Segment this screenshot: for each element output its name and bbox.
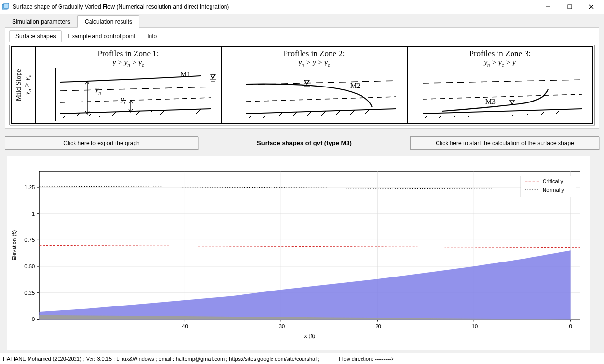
- export-graph-button[interactable]: Click here to export the graph: [5, 136, 198, 150]
- svg-line-9: [75, 113, 80, 118]
- svg-text:Critical y: Critical y: [543, 178, 563, 184]
- profile-1-title: Profiles in Zone 1:: [97, 49, 159, 58]
- svg-line-39: [379, 109, 384, 114]
- subtab-example-control[interactable]: Example and control point: [62, 31, 141, 42]
- minimize-button[interactable]: [537, 0, 559, 14]
- svg-line-16: [160, 110, 165, 115]
- svg-line-22: [60, 87, 211, 91]
- graph-caption: Surface shapes of gvf (type M3): [203, 139, 406, 146]
- svg-marker-58: [510, 101, 514, 104]
- elevation-chart: -40-30-20-10000.250.500.7511.25x (ft)Ele…: [7, 156, 590, 350]
- svg-text:-40: -40: [180, 323, 188, 329]
- app-icon: [2, 3, 10, 11]
- svg-text:Normal y: Normal y: [543, 187, 564, 193]
- svg-line-46: [425, 114, 430, 118]
- subtab-surface-shapes[interactable]: Surface shapes: [9, 30, 62, 42]
- profile-zone-1: Profiles in Zone 1: y > yn > yc: [36, 47, 222, 123]
- tab-simulation-parameters[interactable]: Simulation parameters: [5, 15, 77, 28]
- results-panel: Surface shapes Example and control point…: [5, 27, 599, 129]
- svg-line-48: [454, 113, 459, 117]
- svg-line-30: [249, 114, 254, 118]
- svg-line-50: [483, 112, 488, 116]
- svg-text:-10: -10: [470, 323, 478, 329]
- footer: HAFIANE Mohamed (2020-2021) ; Ver: 3.0.1…: [0, 353, 604, 364]
- profile-zone-3: Profiles in Zone 3: yn > yc > y: [408, 47, 592, 123]
- titlebar: Surface shape of Gradually Varied Flow (…: [0, 0, 604, 14]
- main-tabbar: Simulation parameters Calculation result…: [0, 14, 604, 27]
- svg-line-15: [148, 111, 152, 116]
- subtab-info[interactable]: Info: [141, 31, 163, 42]
- svg-line-52: [512, 111, 517, 116]
- svg-rect-3: [568, 5, 572, 9]
- svg-text:yn: yn: [94, 86, 101, 96]
- svg-text:yc: yc: [120, 96, 126, 105]
- svg-text:0: 0: [569, 323, 572, 329]
- svg-line-49: [468, 112, 473, 117]
- maximize-button[interactable]: [559, 0, 580, 14]
- profiles-figure: Mild Slope yn > yc Profiles in Zone 1: y…: [9, 45, 595, 125]
- svg-marker-42: [304, 80, 309, 84]
- svg-text:1: 1: [32, 211, 35, 217]
- svg-line-20: [60, 98, 211, 102]
- side-label-1: Mild Slope: [15, 69, 22, 101]
- svg-line-40: [246, 97, 396, 102]
- svg-line-7: [60, 109, 211, 114]
- footer-credit: HAFIANE Mohamed (2020-2021) ; Ver: 3.0.1…: [3, 356, 319, 362]
- profiles-row: Mild Slope yn > yc Profiles in Zone 1: y…: [11, 46, 593, 124]
- body-area: Simulation parameters Calculation result…: [0, 14, 604, 353]
- svg-line-11: [99, 112, 104, 117]
- tab-calculation-results[interactable]: Calculation results: [77, 15, 139, 28]
- svg-line-19: [196, 109, 201, 114]
- m2-label: M2: [350, 82, 361, 89]
- window: Surface shape of Gradually Varied Flow (…: [0, 0, 604, 364]
- svg-text:0: 0: [32, 316, 35, 322]
- chart-container: -40-30-20-10000.250.500.7511.25x (ft)Ele…: [7, 156, 590, 350]
- svg-text:-30: -30: [277, 323, 285, 329]
- svg-text:0.25: 0.25: [24, 290, 35, 295]
- svg-text:0.75: 0.75: [24, 237, 35, 243]
- svg-line-57: [423, 80, 582, 83]
- profiles-side-label: Mild Slope yn > yc: [12, 47, 36, 123]
- window-title: Surface shape of Gradually Varied Flow (…: [13, 3, 537, 10]
- svg-text:0.50: 0.50: [24, 263, 35, 269]
- svg-line-53: [527, 110, 531, 115]
- svg-line-8: [63, 114, 68, 118]
- profile-3-title: Profiles in Zone 3:: [469, 49, 530, 58]
- svg-marker-24: [211, 74, 215, 78]
- svg-text:Elevation (ft): Elevation (ft): [11, 230, 17, 260]
- svg-line-29: [246, 109, 396, 114]
- midbar: Click here to export the graph Surface s…: [0, 131, 604, 153]
- svg-rect-1: [4, 3, 9, 8]
- m3-label: M3: [485, 98, 496, 105]
- svg-text:-20: -20: [374, 323, 381, 329]
- svg-line-18: [184, 110, 189, 115]
- footer-flow-direction: Flow direction: --------->: [339, 356, 393, 362]
- profile-zone-2: Profiles in Zone 2: yn > y > yc: [222, 47, 408, 123]
- close-button[interactable]: [580, 0, 602, 14]
- svg-text:1.25: 1.25: [24, 184, 35, 190]
- start-calculation-button[interactable]: Click here to start the calculation of t…: [410, 136, 599, 150]
- m1-label: M1: [181, 70, 191, 78]
- svg-text:x (ft): x (ft): [304, 333, 316, 339]
- svg-line-47: [439, 113, 444, 118]
- window-controls: [537, 0, 602, 14]
- svg-line-51: [498, 111, 502, 116]
- svg-line-31: [263, 113, 268, 118]
- svg-line-56: [423, 94, 582, 99]
- sub-tabbar: Surface shapes Example and control point…: [9, 30, 595, 42]
- profile-2-title: Profiles in Zone 2:: [283, 49, 345, 58]
